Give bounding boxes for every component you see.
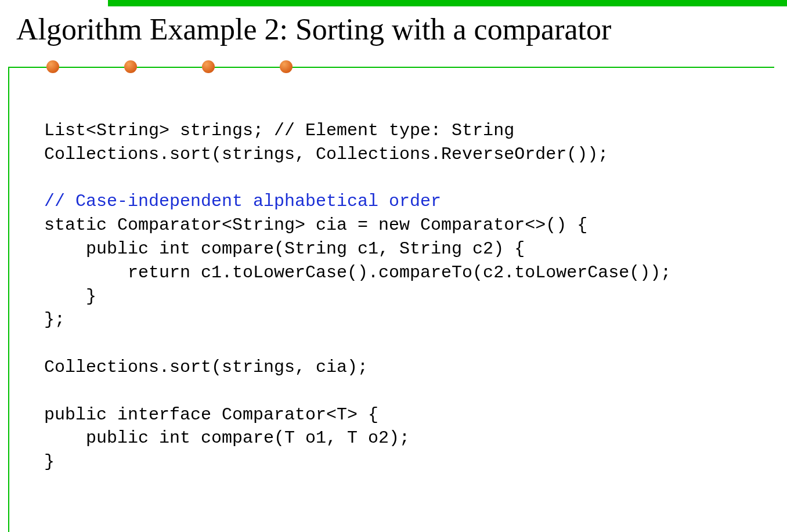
left-border — [8, 67, 9, 532]
code-line: public interface Comparator<T> { — [44, 405, 378, 425]
code-line: public int compare(String c1, String c2)… — [44, 239, 525, 259]
decor-dots — [46, 60, 293, 73]
dot-icon — [46, 60, 59, 73]
code-line: Collections.sort(strings, Collections.Re… — [44, 144, 608, 164]
dot-icon — [280, 60, 293, 73]
code-line: }; — [44, 310, 65, 330]
top-accent-bar — [108, 0, 787, 6]
code-line: } — [44, 452, 55, 472]
dot-icon — [124, 60, 137, 73]
code-block: List<String> strings; // Element type: S… — [44, 119, 770, 474]
code-line: } — [44, 287, 96, 306]
code-line: return c1.toLowerCase().compareTo(c2.toL… — [44, 263, 671, 283]
code-line: static Comparator<String> cia = new Comp… — [44, 215, 587, 235]
slide: Algorithm Example 2: Sorting with a comp… — [0, 0, 787, 532]
code-line: List<String> strings; // Element type: S… — [44, 121, 514, 140]
slide-title: Algorithm Example 2: Sorting with a comp… — [16, 12, 775, 47]
dot-icon — [202, 60, 215, 73]
code-line: public int compare(T o1, T o2); — [44, 428, 410, 448]
code-comment: // Case-independent alphabetical order — [44, 191, 441, 211]
code-line: Collections.sort(strings, cia); — [44, 357, 368, 377]
